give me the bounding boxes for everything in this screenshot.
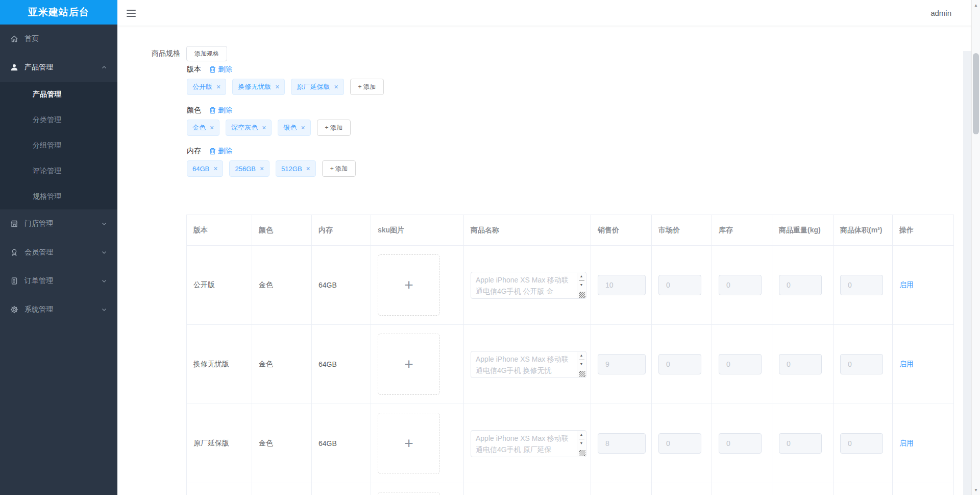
product-name-textarea[interactable]: Apple iPhone XS Max 移动联通电信4G手机 原厂延保 ▲ ▼ bbox=[471, 430, 586, 457]
sale-price-input[interactable] bbox=[598, 354, 646, 374]
stock-input[interactable] bbox=[719, 433, 762, 454]
product-name-textarea[interactable]: Apple iPhone XS Max 移动联通电信4G手机 换修无忧 ▲ ▼ bbox=[471, 351, 586, 378]
scrollbar-thumb[interactable] bbox=[973, 53, 979, 134]
chevron-down-icon bbox=[101, 278, 107, 284]
weight-input[interactable] bbox=[779, 433, 822, 454]
delete-group-link[interactable]: 删除 bbox=[209, 106, 232, 115]
spec-tag-row: 金色× 深空灰色× 银色× + 添加 bbox=[187, 120, 351, 136]
sidebar-item-store[interactable]: 门店管理 bbox=[0, 209, 117, 238]
scroll-down-icon[interactable]: ▼ bbox=[580, 361, 583, 368]
weight-input[interactable] bbox=[779, 354, 822, 374]
product-name-textarea[interactable]: Apple iPhone XS Max 移动联通电信4G手机 公开版 金 ▲ ▼ bbox=[471, 272, 586, 299]
market-price-input[interactable] bbox=[658, 354, 701, 374]
scroll-up-icon[interactable]: ▲ bbox=[580, 352, 583, 359]
market-price-input[interactable] bbox=[658, 433, 701, 454]
sidebar-item-home[interactable]: 首页 bbox=[0, 25, 117, 53]
scrollbar-down-arrow[interactable]: ▼ bbox=[972, 486, 980, 494]
volume-input[interactable] bbox=[840, 275, 883, 295]
col-product-name: 商品名称 bbox=[464, 215, 591, 246]
col-action: 操作 bbox=[893, 215, 954, 246]
enable-link[interactable]: 启用 bbox=[899, 360, 914, 368]
delete-group-link[interactable]: 删除 bbox=[209, 65, 232, 74]
close-icon[interactable]: × bbox=[260, 165, 264, 172]
chevron-down-icon bbox=[101, 249, 107, 255]
close-icon[interactable]: × bbox=[213, 165, 217, 172]
volume-input[interactable] bbox=[840, 433, 883, 454]
scrollbar-up-arrow[interactable]: ▲ bbox=[972, 1, 980, 9]
hamburger-menu-icon[interactable] bbox=[127, 8, 137, 18]
stock-input[interactable] bbox=[719, 354, 762, 374]
resize-handle[interactable] bbox=[579, 292, 585, 298]
scroll-down-icon[interactable]: ▼ bbox=[580, 440, 583, 447]
chevron-down-icon bbox=[101, 221, 107, 227]
add-tag-button[interactable]: + 添加 bbox=[350, 79, 384, 95]
close-icon[interactable]: × bbox=[210, 124, 214, 131]
spec-tag[interactable]: 公开版× bbox=[187, 79, 226, 95]
add-tag-button[interactable]: + 添加 bbox=[317, 120, 351, 136]
weight-input[interactable] bbox=[779, 275, 822, 295]
close-icon[interactable]: × bbox=[275, 83, 279, 90]
spec-group-name: 颜色 bbox=[187, 106, 201, 115]
close-icon[interactable]: × bbox=[301, 124, 305, 131]
cell-color: 金色 bbox=[252, 325, 312, 404]
close-icon[interactable]: × bbox=[262, 124, 266, 131]
close-icon[interactable]: × bbox=[306, 165, 310, 172]
enable-link[interactable]: 启用 bbox=[899, 439, 914, 447]
spec-group-header: 版本 删除 bbox=[187, 64, 232, 75]
sidebar-product-submenu: 产品管理 分类管理 分组管理 评论管理 规格管理 bbox=[0, 82, 117, 209]
sku-image-upload[interactable]: + bbox=[378, 254, 440, 316]
sidebar-item-system[interactable]: 系统管理 bbox=[0, 295, 117, 324]
add-tag-button[interactable]: + 添加 bbox=[322, 160, 356, 177]
sidebar-subitem-product-manage[interactable]: 产品管理 bbox=[0, 82, 117, 107]
spec-group-name: 版本 bbox=[187, 65, 201, 74]
table-row-partial: + bbox=[187, 483, 954, 495]
sku-image-upload[interactable]: + bbox=[378, 413, 440, 474]
user-icon bbox=[10, 63, 18, 72]
spec-tag[interactable]: 512GB× bbox=[276, 160, 316, 177]
spec-tag[interactable]: 256GB× bbox=[229, 160, 270, 177]
scroll-up-icon[interactable]: ▲ bbox=[580, 273, 583, 280]
stock-input[interactable] bbox=[719, 275, 762, 295]
spec-tag[interactable]: 原厂延保版× bbox=[291, 79, 344, 95]
spec-tag[interactable]: 金色× bbox=[187, 120, 219, 136]
sale-price-input[interactable] bbox=[598, 275, 646, 295]
enable-link[interactable]: 启用 bbox=[899, 280, 914, 289]
user-menu[interactable]: admin bbox=[930, 0, 951, 26]
sidebar-subitem-category-manage[interactable]: 分类管理 bbox=[0, 107, 117, 133]
cell-memory: 64GB bbox=[312, 325, 371, 404]
col-version: 版本 bbox=[187, 215, 252, 246]
add-spec-button[interactable]: 添加规格 bbox=[186, 46, 227, 61]
resize-handle[interactable] bbox=[579, 450, 585, 456]
close-icon[interactable]: × bbox=[216, 83, 220, 90]
vertical-scrollbar[interactable]: ▲ ▼ bbox=[971, 0, 980, 495]
spec-group-header: 内存 删除 bbox=[187, 146, 232, 156]
market-price-input[interactable] bbox=[658, 275, 701, 295]
spec-tag[interactable]: 银色× bbox=[278, 120, 310, 136]
resize-handle[interactable] bbox=[579, 371, 585, 377]
table-row: 公开版 金色 64GB + Apple iPhone XS Max 移动联通电信… bbox=[187, 246, 954, 325]
cell-version: 换修无忧版 bbox=[187, 325, 252, 404]
spec-tag[interactable]: 换修无忧版× bbox=[232, 79, 285, 95]
spec-tag[interactable]: 64GB× bbox=[187, 160, 223, 177]
sidebar-subitem-comment-manage[interactable]: 评论管理 bbox=[0, 158, 117, 184]
sale-price-input[interactable] bbox=[598, 433, 646, 454]
sidebar-subitem-group-manage[interactable]: 分组管理 bbox=[0, 133, 117, 158]
volume-input[interactable] bbox=[840, 354, 883, 374]
sku-image-upload[interactable]: + bbox=[378, 334, 440, 395]
sidebar-subitem-spec-manage[interactable]: 规格管理 bbox=[0, 184, 117, 209]
scroll-up-icon[interactable]: ▲ bbox=[580, 431, 583, 438]
sidebar-item-label: 首页 bbox=[24, 34, 107, 43]
close-icon[interactable]: × bbox=[334, 83, 338, 90]
sku-image-upload[interactable]: + bbox=[378, 492, 440, 495]
sidebar: 亚米建站后台 首页 产品管理 产品管理 分类管理 分组管理 评论管理 规格管理 bbox=[0, 0, 117, 495]
sidebar-item-member[interactable]: 会员管理 bbox=[0, 238, 117, 267]
chevron-up-icon bbox=[101, 64, 107, 70]
sidebar-item-product[interactable]: 产品管理 bbox=[0, 53, 117, 82]
scroll-down-icon[interactable]: ▼ bbox=[580, 281, 583, 289]
plus-icon: + bbox=[404, 277, 413, 293]
shop-icon bbox=[10, 220, 18, 228]
spec-tag[interactable]: 深空灰色× bbox=[226, 120, 272, 136]
spec-section-title: 商品规格 bbox=[152, 49, 180, 58]
sidebar-item-order[interactable]: 订单管理 bbox=[0, 267, 117, 295]
delete-group-link[interactable]: 删除 bbox=[209, 147, 232, 156]
